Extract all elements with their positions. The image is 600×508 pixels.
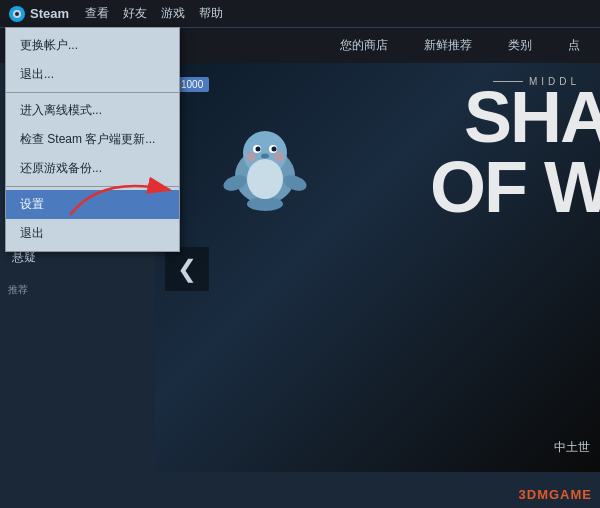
character-image xyxy=(215,111,315,211)
svg-point-9 xyxy=(272,147,277,152)
svg-point-16 xyxy=(274,152,284,162)
points-badge: 1000 xyxy=(175,77,209,92)
character-svg xyxy=(215,111,315,211)
store-nav-points[interactable]: 点 xyxy=(560,33,588,58)
svg-point-10 xyxy=(261,154,269,159)
top-bar: Steam 查看 好友 游戏 帮助 xyxy=(0,0,600,27)
watermark: 3DMGAME xyxy=(519,487,592,502)
banner-sha-text: SHA xyxy=(464,81,600,153)
menu-item-view[interactable]: 查看 xyxy=(85,5,109,22)
svg-point-2 xyxy=(15,12,19,16)
settings-arrow xyxy=(60,165,190,225)
banner-subtitle: 中土世 xyxy=(554,439,590,456)
store-nav-new[interactable]: 新鲜推荐 xyxy=(416,33,480,58)
dropdown-item-logout1[interactable]: 退出... xyxy=(6,60,179,89)
menu-item-help[interactable]: 帮助 xyxy=(199,5,223,22)
svg-point-8 xyxy=(256,147,261,152)
dropdown-separator-1 xyxy=(6,92,179,93)
dropdown-item-switch-account[interactable]: 更换帐户... xyxy=(6,31,179,60)
steam-label: Steam xyxy=(30,6,69,21)
banner-image: MIDDL SHA OF W 中土世 ❮ xyxy=(155,61,600,472)
banner-area: 精选和推荐 MIDDL SHA OF W 中土世 ❮ xyxy=(155,27,600,472)
store-nav-right: 您的商店 新鲜推荐 类别 点 xyxy=(332,33,588,58)
banner-of-w-text: OF W xyxy=(430,151,600,223)
dropdown-item-check-updates[interactable]: 检查 Steam 客户端更新... xyxy=(6,125,179,154)
menu-item-games[interactable]: 游戏 xyxy=(161,5,185,22)
points-value: 1000 xyxy=(181,79,203,90)
svg-point-13 xyxy=(247,197,283,211)
dropdown-item-offline[interactable]: 进入离线模式... xyxy=(6,96,179,125)
recommend-title: 推荐 xyxy=(8,283,147,297)
steam-logo[interactable]: Steam xyxy=(8,5,69,23)
banner-nav-left-button[interactable]: ❮ xyxy=(165,247,209,291)
svg-point-15 xyxy=(246,152,256,162)
svg-point-14 xyxy=(247,159,283,199)
store-nav-categories[interactable]: 类别 xyxy=(500,33,540,58)
menu-item-friends[interactable]: 好友 xyxy=(123,5,147,22)
top-bar-menu: 查看 好友 游戏 帮助 xyxy=(85,5,223,22)
store-nav-your-store[interactable]: 您的商店 xyxy=(332,33,396,58)
steam-icon xyxy=(8,5,26,23)
